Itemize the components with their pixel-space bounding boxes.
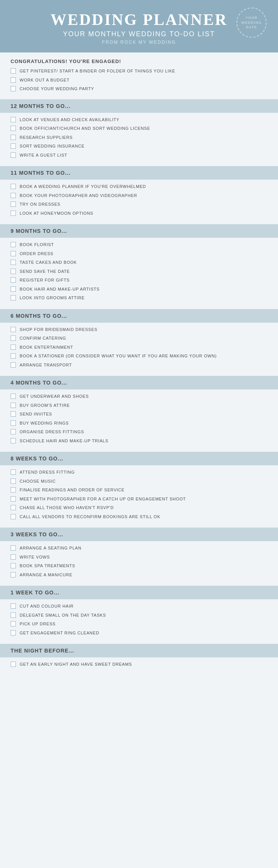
checkbox[interactable] <box>11 554 16 560</box>
task-section-11months: BOOK A WEDDING PLANNER IF YOU'RE OVERWHE… <box>0 180 278 224</box>
task-section-1week: CUT AND COLOUR HAIR DELEGATE SMALL ON TH… <box>0 599 278 644</box>
task-item: ARRANGE A MANICURE <box>11 572 267 578</box>
checkbox[interactable] <box>11 184 16 189</box>
checkbox[interactable] <box>11 345 16 350</box>
checkbox[interactable] <box>11 77 16 83</box>
task-item: LOOK AT HONEYMOON OPTIONS <box>11 210 267 217</box>
task-label: ATTEND DRESS FITTING <box>20 469 75 476</box>
checkbox[interactable] <box>11 353 16 359</box>
checkbox[interactable] <box>11 211 16 216</box>
task-item: GET AN EARLY NIGHT AND HAVE SWEET DREAMS <box>11 661 267 668</box>
task-label: ARRANGE TRANSPORT <box>20 362 72 368</box>
checkbox[interactable] <box>11 327 16 332</box>
task-section-4months: GET UNDERWEAR AND SHOES BUY GROOM'S ATTI… <box>0 389 278 452</box>
task-label: LOOK AT VENUES AND CHECK AVAILABILITY <box>20 117 119 123</box>
section-header-6months: 6 MONTHS TO GO... <box>0 309 278 323</box>
task-label: BOOK A WEDDING PLANNER IF YOU'RE OVERWHE… <box>20 183 146 190</box>
task-item: SCHEDULE HAIR AND MAKE-UP TRIALS <box>11 438 267 444</box>
checkbox[interactable] <box>11 202 16 207</box>
checkbox[interactable] <box>11 479 16 484</box>
task-item: FINALISE READINGS AND ORDER OF SERVICE <box>11 487 267 493</box>
congrats-tasks: GET PINTEREST/ START A BINDER OR FOLDER … <box>11 68 267 92</box>
task-item: WORK OUT A BUDGET <box>11 77 267 83</box>
checkbox[interactable] <box>11 277 16 283</box>
checkbox[interactable] <box>11 662 16 667</box>
section-header-nightbefore: THE NIGHT BEFORE... <box>0 644 278 657</box>
header-title: WEDDING PLANNER <box>8 11 270 29</box>
checkbox[interactable] <box>11 152 16 158</box>
wedding-date-badge: YOUR WEDDING DATE <box>236 8 267 38</box>
task-label: BOOK FLORIST <box>20 242 54 248</box>
task-item: BOOK FLORIST <box>11 242 267 248</box>
checkbox[interactable] <box>11 117 16 122</box>
task-item: GET UNDERWEAR AND SHOES <box>11 393 267 400</box>
task-label: REGISTER FOR GIFTS <box>20 277 70 283</box>
task-item: ATTEND DRESS FITTING <box>11 469 267 476</box>
task-item: CUT AND COLOUR HAIR <box>11 603 267 609</box>
task-section-8weeks: ATTEND DRESS FITTING CHOOSE MUSIC FINALI… <box>0 465 278 528</box>
task-section-12months: LOOK AT VENUES AND CHECK AVAILABILITY BO… <box>0 113 278 166</box>
checkbox[interactable] <box>11 563 16 568</box>
task-label: LOOK INTO GROOMS ATTIRE <box>20 295 85 301</box>
checkbox[interactable] <box>11 193 16 198</box>
section-title: 11 MONTHS TO GO... <box>11 170 267 176</box>
task-label: BOOK OFFICIANT/CHURCH AND SORT WEDDING L… <box>20 125 150 132</box>
checkbox[interactable] <box>11 496 16 502</box>
task-label: SEND SAVE THE DATE <box>20 268 70 275</box>
task-item: GET ENGAGEMENT RING CLEANED <box>11 630 267 636</box>
section-title: 12 MONTHS TO GO... <box>11 103 267 109</box>
checkbox[interactable] <box>11 68 16 74</box>
checkbox[interactable] <box>11 505 16 510</box>
checkbox[interactable] <box>11 545 16 551</box>
task-item: CHOOSE MUSIC <box>11 478 267 485</box>
task-item: BOOK SPA TREATMENTS <box>11 563 267 569</box>
checkbox[interactable] <box>11 394 16 399</box>
checkbox[interactable] <box>11 613 16 618</box>
task-item: ORDER DRESS <box>11 251 267 257</box>
checkbox[interactable] <box>11 260 16 265</box>
task-item: MEET WITH PHOTOGRAPHER FOR A CATCH UP OR… <box>11 496 267 502</box>
checkbox[interactable] <box>11 621 16 626</box>
checkbox[interactable] <box>11 438 16 443</box>
checkbox[interactable] <box>11 487 16 492</box>
checkbox[interactable] <box>11 286 16 292</box>
checkbox[interactable] <box>11 411 16 417</box>
task-section-nightbefore: GET AN EARLY NIGHT AND HAVE SWEET DREAMS <box>0 657 278 676</box>
checkbox[interactable] <box>11 269 16 274</box>
checkbox[interactable] <box>11 362 16 368</box>
checkbox[interactable] <box>11 514 16 519</box>
sections-container: 12 MONTHS TO GO... LOOK AT VENUES AND CH… <box>0 99 278 676</box>
checkbox[interactable] <box>11 469 16 475</box>
task-item: BOOK ENTERTAINMENT <box>11 344 267 351</box>
task-label: RESEARCH SUPPLIERS <box>20 134 73 141</box>
task-item: LOOK INTO GROOMS ATTIRE <box>11 295 267 301</box>
task-label: ORDER DRESS <box>20 251 53 257</box>
header: WEDDING PLANNER YOUR MONTHLY WEDDING TO-… <box>0 0 278 52</box>
task-label: MEET WITH PHOTOGRAPHER FOR A CATCH UP OR… <box>20 496 186 502</box>
task-label: GET UNDERWEAR AND SHOES <box>20 393 89 400</box>
checkbox[interactable] <box>11 603 16 609</box>
task-label: TRY ON DRESSES <box>20 201 60 208</box>
checkbox[interactable] <box>11 251 16 256</box>
task-item: SEND SAVE THE DATE <box>11 268 267 275</box>
task-label: BUY GROOM'S ATTIRE <box>20 402 70 409</box>
task-label: SCHEDULE HAIR AND MAKE-UP TRIALS <box>20 438 108 444</box>
checkbox[interactable] <box>11 420 16 426</box>
checkbox[interactable] <box>11 630 16 636</box>
checkbox[interactable] <box>11 429 16 434</box>
checkbox[interactable] <box>11 242 16 247</box>
task-item: CHASE ALL THOSE WHO HAVEN'T RSVP'D <box>11 505 267 511</box>
checkbox[interactable] <box>11 336 16 341</box>
checkbox[interactable] <box>11 403 16 408</box>
task-label: GET AN EARLY NIGHT AND HAVE SWEET DREAMS <box>20 661 132 668</box>
checkbox[interactable] <box>11 135 16 140</box>
task-label: BUY WEDDING RINGS <box>20 420 69 426</box>
checkbox[interactable] <box>11 295 16 300</box>
checkbox[interactable] <box>11 126 16 131</box>
checkbox[interactable] <box>11 86 16 91</box>
checkbox[interactable] <box>11 572 16 577</box>
checkbox[interactable] <box>11 143 16 149</box>
task-item: CONFIRM CATERING <box>11 335 267 342</box>
section-title: 8 WEEKS TO GO... <box>11 456 267 462</box>
section-header-4months: 4 MONTHS TO GO... <box>0 376 278 389</box>
